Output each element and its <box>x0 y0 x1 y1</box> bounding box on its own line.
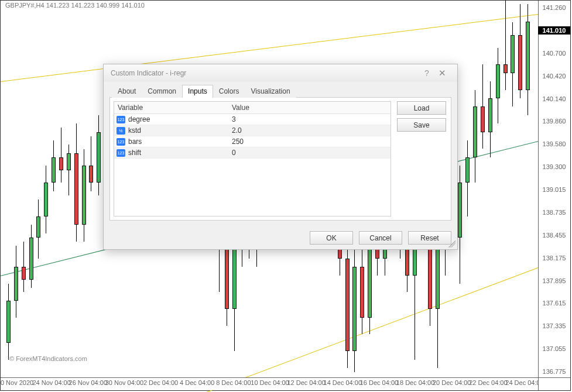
inputs-row[interactable]: ½kstd2.0 <box>114 125 391 136</box>
candle <box>526 1 530 379</box>
candle <box>59 1 63 379</box>
candle <box>67 1 71 379</box>
price-tick: 136.775 <box>538 368 570 375</box>
time-tick: 30 Nov 04:00 <box>105 379 143 386</box>
type-icon: ½ <box>117 127 125 135</box>
tab-visualization[interactable]: Visualization <box>245 85 296 98</box>
time-tick: 14 Dec 04:00 <box>324 379 362 386</box>
watermark: © ForexMT4Indicators.com <box>9 355 87 362</box>
price-tick: 137.895 <box>538 277 570 284</box>
candle <box>488 1 492 379</box>
current-price-label: 141.010 <box>538 26 570 35</box>
candle <box>74 1 78 379</box>
input-variable: 123bars <box>114 136 228 147</box>
price-tick: 141.260 <box>538 4 570 11</box>
dialog-tabs: AboutCommonInputsColorsVisualization <box>109 84 451 98</box>
time-tick: 2 Dec 04:00 <box>143 379 178 386</box>
time-tick: 18 Dec 04:00 <box>396 379 434 386</box>
time-tick: 20 Nov 2020 <box>0 379 33 386</box>
tab-inputs[interactable]: Inputs <box>182 85 213 98</box>
candle <box>511 1 515 379</box>
candle <box>52 1 56 379</box>
candle <box>496 1 500 379</box>
type-icon: 123 <box>117 138 125 146</box>
tab-colors[interactable]: Colors <box>213 85 245 98</box>
chart-window: GBPJPY#,H4 141.223 141.223 140.999 141.0… <box>0 0 571 391</box>
candle <box>473 1 477 379</box>
time-tick: 10 Dec 04:00 <box>251 379 289 386</box>
price-tick: 139.860 <box>538 118 570 125</box>
price-tick: 137.335 <box>538 322 570 329</box>
time-tick: 4 Dec 04:00 <box>180 379 214 386</box>
price-tick: 138.175 <box>538 255 570 262</box>
candle <box>82 1 86 379</box>
price-tick: 138.455 <box>538 232 570 239</box>
type-icon: 123 <box>117 116 125 123</box>
candle <box>14 1 18 379</box>
candle <box>6 1 11 379</box>
dialog-titlebar[interactable]: Custom Indicator - i-regr ? ✕ <box>104 64 457 82</box>
indicator-properties-dialog: Custom Indicator - i-regr ? ✕ AboutCommo… <box>103 64 458 250</box>
cancel-button[interactable]: Cancel <box>359 231 402 245</box>
time-tick: 8 Dec 04:00 <box>216 379 251 386</box>
time-tick: 22 Dec 04:00 <box>469 379 507 386</box>
inputs-row[interactable]: 123degree3 <box>114 114 391 125</box>
candle <box>22 1 26 379</box>
dialog-title: Custom Indicator - i-regr <box>111 64 420 82</box>
axis-corner <box>538 377 570 390</box>
candle <box>97 1 101 379</box>
resize-grip-icon[interactable] <box>448 240 455 247</box>
price-tick: 137.615 <box>538 300 570 307</box>
input-variable: 123shift <box>114 147 228 158</box>
inputs-row[interactable]: 123shift0 <box>114 147 391 159</box>
input-variable: 123degree <box>114 114 228 125</box>
input-name: shift <box>128 149 141 157</box>
dialog-bottom-buttons: OK Cancel Reset <box>104 231 451 245</box>
tab-about[interactable]: About <box>112 85 142 98</box>
inputs-grid-header: Variable Value <box>114 102 391 114</box>
price-tick: 137.055 <box>538 345 570 352</box>
input-name: kstd <box>128 126 141 135</box>
candle <box>29 1 33 379</box>
input-value[interactable]: 2.0 <box>228 125 391 136</box>
candle <box>36 1 40 379</box>
input-variable: ½kstd <box>114 125 228 136</box>
inputs-row[interactable]: 123bars250 <box>114 136 391 147</box>
time-tick: 24 Nov 04:00 <box>32 379 70 386</box>
save-button[interactable]: Save <box>397 118 446 132</box>
col-header-variable: Variable <box>114 102 228 114</box>
col-header-value: Value <box>228 102 391 114</box>
inputs-panel: Variable Value 123degree3½kstd2.0123bars… <box>109 98 451 221</box>
dialog-body: AboutCommonInputsColorsVisualization Var… <box>104 82 457 226</box>
input-value[interactable]: 250 <box>228 136 391 147</box>
time-tick: 12 Dec 04:00 <box>287 379 325 386</box>
tab-common[interactable]: Common <box>142 85 182 98</box>
reset-button[interactable]: Reset <box>408 231 451 245</box>
input-name: bars <box>128 137 142 146</box>
help-icon[interactable]: ? <box>420 64 434 82</box>
close-icon[interactable]: ✕ <box>434 64 450 82</box>
price-tick: 140.700 <box>538 50 570 57</box>
price-tick: 139.580 <box>538 140 570 147</box>
side-buttons: Load Save <box>397 98 451 220</box>
candle <box>89 1 93 379</box>
input-value[interactable]: 0 <box>228 147 391 158</box>
candle <box>481 1 485 379</box>
type-icon: 123 <box>117 149 125 157</box>
time-tick: 26 Nov 04:00 <box>69 379 107 386</box>
ok-button[interactable]: OK <box>310 231 353 245</box>
inputs-grid[interactable]: Variable Value 123degree3½kstd2.0123bars… <box>114 101 391 216</box>
candle <box>44 1 48 379</box>
candle <box>458 1 462 379</box>
price-tick: 140.420 <box>538 73 570 80</box>
load-button[interactable]: Load <box>397 101 446 115</box>
input-name: degree <box>128 115 150 123</box>
price-axis: 141.260141.010140.700140.420140.140139.8… <box>538 1 570 377</box>
price-tick: 140.140 <box>538 95 570 102</box>
input-value[interactable]: 3 <box>228 114 391 125</box>
candle <box>465 1 470 379</box>
price-tick: 139.015 <box>538 186 570 193</box>
candle <box>518 1 522 379</box>
price-tick: 138.735 <box>538 209 570 216</box>
candle <box>504 1 508 379</box>
